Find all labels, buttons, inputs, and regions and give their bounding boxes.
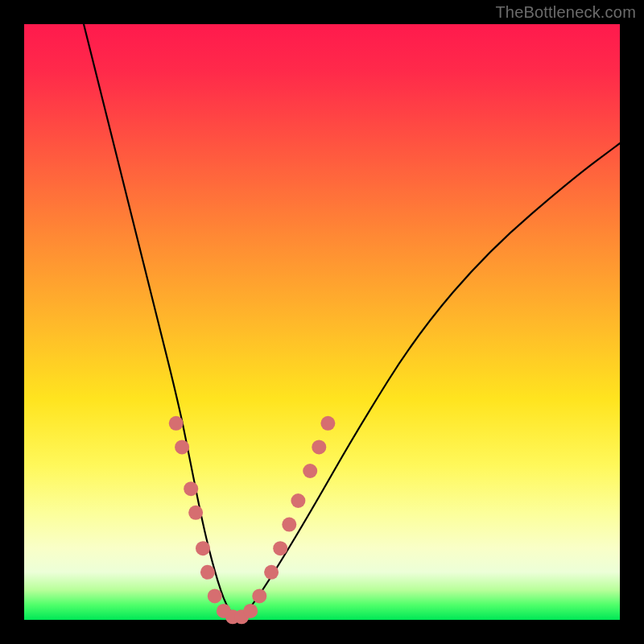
highlight-dots [169,416,336,625]
marker-dot [282,518,296,532]
marker-dot [208,588,222,603]
marker-dot [320,416,335,431]
marker-dot [184,481,198,496]
plot-area [24,24,620,620]
marker-dot [252,588,266,603]
watermark-text: TheBottleneck.com [495,3,636,22]
marker-dot [291,493,305,508]
marker-dot [243,604,258,618]
chart-frame: TheBottleneck.com [0,0,644,644]
marker-dot [200,565,215,580]
marker-dot [188,506,203,520]
marker-dot [264,565,279,580]
marker-dot [303,464,317,478]
marker-dot [196,541,210,555]
marker-dot [273,541,287,555]
marker-dot [312,440,326,454]
marker-dot [169,416,184,431]
marker-dot [175,440,189,454]
bottleneck-curve [84,24,620,617]
chart-svg [24,24,620,620]
